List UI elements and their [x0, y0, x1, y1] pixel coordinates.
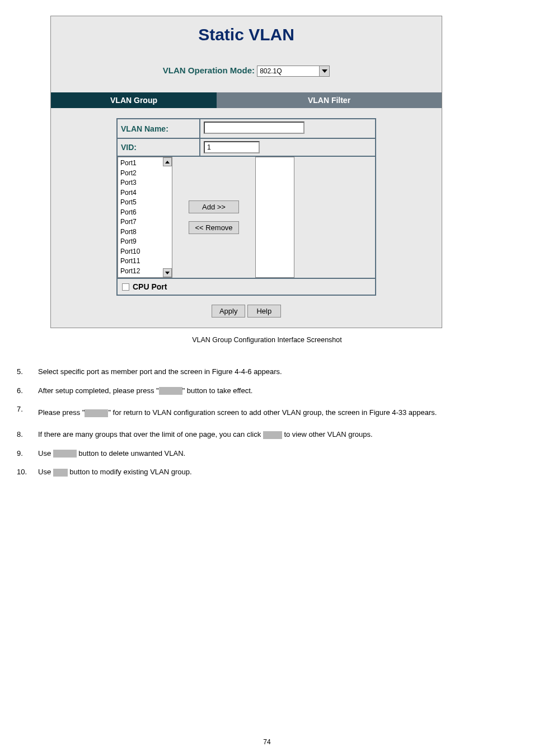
list-item[interactable]: Port8	[120, 227, 163, 237]
dropdown-icon[interactable]	[319, 66, 329, 76]
vlan-name-input[interactable]	[204, 122, 305, 134]
page-number: 74	[0, 738, 534, 746]
scroll-down-icon[interactable]	[163, 268, 172, 277]
step-text: Use button to modify existing VLAN group…	[38, 466, 517, 478]
vlan-form: VLAN Name: VID: 1 Port1 Port2 Port3	[116, 118, 376, 296]
instructions: 5. Select specific port as member port a…	[17, 366, 517, 478]
available-ports-list[interactable]: Port1 Port2 Port3 Port4 Port5 Port6 Port…	[118, 157, 172, 278]
cpu-port-row: CPU Port	[118, 279, 375, 295]
vlan-config-screenshot: Static VLAN VLAN Operation Mode: 802.1Q …	[50, 16, 442, 328]
list-item[interactable]: Port7	[120, 217, 163, 227]
step-num: 7.	[17, 404, 38, 421]
step-text: After setup completed, please press "" b…	[38, 385, 517, 396]
list-item[interactable]: Port6	[120, 208, 163, 218]
step-num: 8.	[17, 429, 38, 440]
list-item[interactable]: Port3	[120, 178, 163, 188]
page-title: Static VLAN	[51, 22, 442, 49]
step-text: Please press "" for return to VLAN confi…	[38, 404, 517, 421]
tab-vlan-group[interactable]: VLAN Group	[51, 92, 217, 108]
add-button[interactable]: Add >>	[189, 200, 239, 213]
vlan-name-label: VLAN Name:	[118, 119, 200, 138]
list-item[interactable]: Port9	[120, 237, 163, 247]
list-item[interactable]: Port10	[120, 247, 163, 257]
scroll-up-icon[interactable]	[163, 157, 172, 166]
list-item[interactable]: Port1	[120, 158, 163, 169]
step-text: If there are many groups that over the l…	[38, 429, 517, 440]
vid-input[interactable]: 1	[204, 141, 260, 153]
step-num: 6.	[17, 385, 38, 396]
operation-mode-label: VLAN Operation Mode:	[163, 66, 255, 75]
step-text: Select specific port as member port and …	[38, 366, 517, 377]
tab-row: VLAN Group VLAN Filter	[51, 92, 442, 108]
tab-vlan-filter[interactable]: VLAN Filter	[217, 92, 442, 108]
list-item[interactable]: Port4	[120, 188, 163, 198]
apply-button[interactable]: Apply	[212, 305, 245, 318]
cpu-port-checkbox[interactable]	[122, 283, 129, 291]
step-num: 9.	[17, 448, 38, 459]
inline-button-icon	[53, 450, 77, 458]
list-item[interactable]: Port12	[120, 267, 163, 277]
vid-label: VID:	[118, 139, 200, 156]
remove-button[interactable]: << Remove	[189, 221, 239, 234]
step-text: Use button to delete unwanted VLAN.	[38, 448, 517, 459]
operation-mode-value: 802.1Q	[260, 67, 282, 75]
inline-button-icon	[53, 469, 68, 477]
list-item[interactable]: Port11	[120, 256, 163, 267]
step-num: 10.	[17, 466, 38, 478]
selected-ports-list[interactable]	[255, 157, 294, 278]
step-num: 5.	[17, 366, 38, 377]
figure-caption: VLAN Group Configuration Interface Scree…	[0, 336, 534, 344]
inline-button-icon	[159, 387, 182, 395]
operation-mode-select[interactable]: 802.1Q	[257, 66, 330, 77]
help-button[interactable]: Help	[247, 305, 281, 318]
inline-button-icon	[263, 431, 282, 439]
cpu-port-label: CPU Port	[133, 282, 167, 291]
operation-mode-row: VLAN Operation Mode: 802.1Q	[51, 66, 442, 77]
list-item[interactable]: Port5	[120, 198, 163, 208]
inline-button-icon	[85, 409, 108, 417]
list-item[interactable]: Port2	[120, 169, 163, 179]
